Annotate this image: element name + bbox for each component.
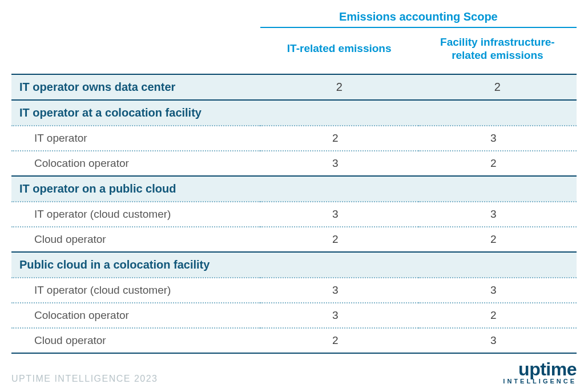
cell-value: 2 [260,74,418,100]
emissions-scope-table: Emissions accounting Scope IT-related em… [11,6,577,354]
cell-value: 3 [260,278,418,303]
row-label: IT operator (cloud customer) [11,278,260,303]
uptime-logo: uptime INTELLIGENCE [503,361,577,384]
table-superheader: Emissions accounting Scope [260,6,577,27]
cell-value: 3 [418,278,577,303]
cell-value: 3 [260,151,418,176]
cell-value: 3 [418,126,577,151]
cell-value: 3 [418,202,577,227]
cell-value: 2 [260,126,418,151]
cell-value: 2 [418,303,577,328]
cell-value: 2 [418,74,577,100]
section-title: IT operator on a public cloud [11,176,577,202]
section-title: IT operator at a colocation facility [11,100,577,126]
cell-value: 2 [260,227,418,252]
section-title: IT operator owns data center [11,74,260,100]
section-title: Public cloud in a colocation facility [11,252,577,278]
cell-value: 2 [418,227,577,252]
logo-main-text: uptime [503,361,577,378]
col-header-facility: Facility infrastructure-related emission… [418,27,577,74]
footer-attribution: UPTIME INTELLIGENCE 2023 [11,374,158,384]
row-label: Cloud operator [11,227,260,252]
cell-value: 3 [260,303,418,328]
row-label: Cloud operator [11,328,260,353]
row-label: Colocation operator [11,303,260,328]
footer: UPTIME INTELLIGENCE 2023 uptime INTELLIG… [11,361,577,384]
cell-value: 3 [260,202,418,227]
cell-value: 3 [418,328,577,353]
cell-value: 2 [260,328,418,353]
table-body: IT operator owns data center 2 2 IT oper… [11,74,577,353]
cell-value: 2 [418,151,577,176]
row-label: IT operator (cloud customer) [11,202,260,227]
row-label: IT operator [11,126,260,151]
col-header-it: IT-related emissions [260,27,418,74]
row-label: Colocation operator [11,151,260,176]
logo-sub-text: INTELLIGENCE [503,378,577,384]
